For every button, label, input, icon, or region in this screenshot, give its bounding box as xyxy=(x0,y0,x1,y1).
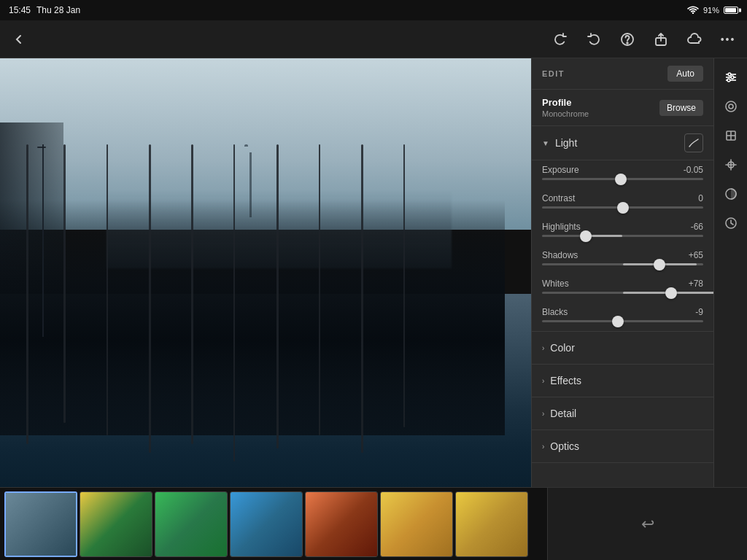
color-section[interactable]: › Color xyxy=(532,332,713,365)
right-panel: EDIT Auto Profile Monochrome Browse ▼ Li… xyxy=(531,58,713,487)
slider-track-shadows[interactable] xyxy=(542,263,703,265)
optics-section[interactable]: › Optics xyxy=(532,430,713,463)
slider-track-whites[interactable] xyxy=(542,292,703,294)
film-thumb-6[interactable] xyxy=(455,491,528,557)
film-thumb-bg-2 xyxy=(155,492,227,556)
slider-value-shadows: +65 xyxy=(677,250,703,260)
help-button[interactable] xyxy=(617,29,638,50)
sliders-container: Exposure-0.05Contrast0Highlights-66Shado… xyxy=(532,160,713,331)
browse-button[interactable]: Browse xyxy=(659,100,703,116)
battery-icon xyxy=(724,7,738,14)
optics-label: Optics xyxy=(550,440,579,452)
slider-thumb-contrast[interactable] xyxy=(617,202,629,214)
wifi-icon xyxy=(687,5,699,15)
toolbar: ••• xyxy=(0,20,747,58)
detail-header-left: › Detail xyxy=(542,408,576,419)
film-thumb-4[interactable] xyxy=(305,491,378,557)
slider-label-exposure: Exposure xyxy=(542,165,579,175)
svg-point-7 xyxy=(728,73,731,76)
photo-canvas xyxy=(0,58,531,487)
icon-strip xyxy=(713,58,747,487)
pole-10 xyxy=(403,144,405,427)
light-label: Light xyxy=(555,137,577,149)
pole-7 xyxy=(276,144,279,448)
film-thumb-0[interactable] xyxy=(4,491,77,557)
light-section-header[interactable]: ▼ Light xyxy=(532,126,713,160)
pole-1 xyxy=(26,144,28,445)
pole-2 xyxy=(63,144,66,423)
profile-title: Profile xyxy=(542,97,589,108)
slider-label-whites: Whites xyxy=(542,279,569,289)
cloud-button[interactable] xyxy=(684,29,705,50)
filmstrip-thumbs xyxy=(4,491,528,557)
film-thumb-2[interactable] xyxy=(155,491,228,557)
film-thumb-bg-0 xyxy=(6,493,76,556)
edit-icon[interactable] xyxy=(718,64,744,90)
svg-point-8 xyxy=(731,76,734,79)
filmstrip xyxy=(0,487,547,560)
redo-button[interactable] xyxy=(550,29,570,50)
history-panel-icon[interactable] xyxy=(718,210,744,236)
detail-label: Detail xyxy=(550,408,576,419)
light-section: ▼ Light Exposure-0.05Contrast0Highlights… xyxy=(532,126,713,332)
share-button[interactable] xyxy=(651,29,671,50)
pole-4 xyxy=(149,144,151,453)
light-chevron: ▼ xyxy=(542,139,549,147)
film-thumb-5[interactable] xyxy=(380,491,453,557)
slider-row-contrast: Contrast0 xyxy=(532,189,713,217)
svg-point-0 xyxy=(692,12,694,14)
gondola-silhouettes xyxy=(0,200,505,435)
profile-icon[interactable] xyxy=(718,93,744,120)
svg-point-11 xyxy=(729,104,733,109)
date-display: Thu 28 Jan xyxy=(36,5,80,15)
optics-chevron: › xyxy=(542,443,544,451)
color-label: Color xyxy=(550,342,574,354)
slider-row-shadows: Shadows+65 xyxy=(532,246,713,274)
slider-row-exposure: Exposure-0.05 xyxy=(532,160,713,189)
edit-label: EDIT xyxy=(542,69,565,78)
slider-row-blacks: Blacks-9 xyxy=(532,303,713,331)
color-chevron: › xyxy=(542,344,544,352)
slider-track-contrast[interactable] xyxy=(542,206,703,209)
slider-thumb-blacks[interactable] xyxy=(612,316,624,327)
film-thumb-bg-1 xyxy=(80,492,152,556)
tower-top xyxy=(244,144,248,147)
slider-label-contrast: Contrast xyxy=(542,193,575,203)
slider-thumb-whites[interactable] xyxy=(665,287,677,299)
effects-header-left: › Effects xyxy=(542,375,581,386)
undo-button[interactable] xyxy=(584,29,604,50)
effects-chevron: › xyxy=(542,377,544,385)
film-thumb-bg-5 xyxy=(381,492,452,556)
geometry-icon[interactable] xyxy=(718,122,744,149)
curve-icon[interactable] xyxy=(684,133,703,152)
pole-5 xyxy=(191,144,193,445)
main-area: EDIT Auto Profile Monochrome Browse ▼ Li… xyxy=(0,58,747,487)
slider-thumb-exposure[interactable] xyxy=(615,174,627,185)
slider-track-blacks[interactable] xyxy=(542,320,703,322)
pole-8 xyxy=(319,144,320,436)
film-thumb-1[interactable] xyxy=(80,491,152,557)
slider-track-exposure[interactable] xyxy=(542,178,703,180)
undo-bottom-button[interactable]: ↩ xyxy=(638,514,658,534)
svg-point-10 xyxy=(726,101,736,112)
film-thumb-3[interactable] xyxy=(230,491,303,557)
healing-icon[interactable] xyxy=(718,152,744,178)
bottom-strip: ↩ xyxy=(547,487,747,560)
svg-point-2 xyxy=(627,42,628,44)
auto-button[interactable]: Auto xyxy=(667,66,703,82)
masking-icon[interactable] xyxy=(718,181,744,207)
slider-track-highlights[interactable] xyxy=(542,235,703,237)
battery-display: 91% xyxy=(703,6,719,15)
slider-value-whites: +78 xyxy=(677,279,703,289)
slider-value-exposure: -0.05 xyxy=(677,165,703,175)
pole-6 xyxy=(233,144,235,462)
optics-header-left: › Optics xyxy=(542,440,579,452)
slider-thumb-highlights[interactable] xyxy=(580,230,592,242)
slider-thumb-shadows[interactable] xyxy=(654,259,665,271)
back-button[interactable] xyxy=(9,29,29,50)
photo-view xyxy=(0,58,531,487)
slider-value-highlights: -66 xyxy=(677,222,703,232)
more-button[interactable]: ••• xyxy=(718,29,738,50)
effects-section[interactable]: › Effects xyxy=(532,365,713,397)
detail-section[interactable]: › Detail xyxy=(532,397,713,430)
